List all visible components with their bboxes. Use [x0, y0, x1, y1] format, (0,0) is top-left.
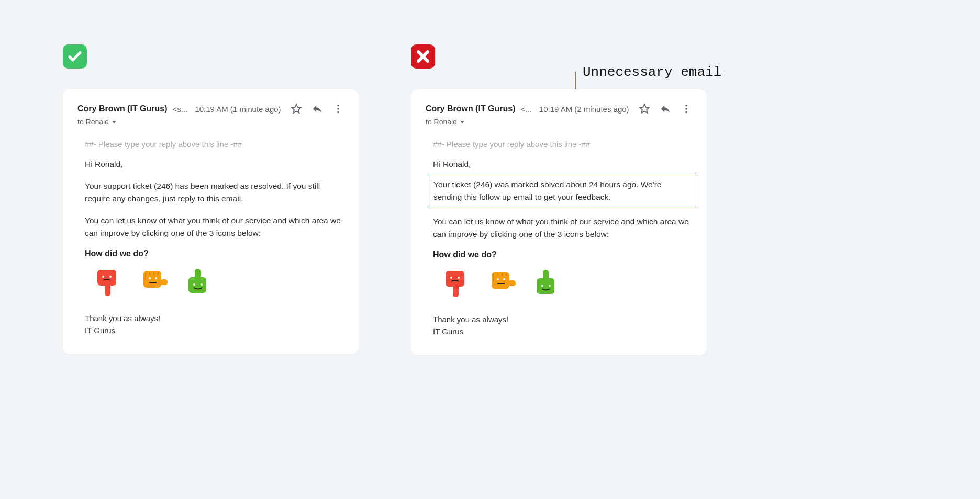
thumbs-down-icon[interactable] — [94, 268, 124, 299]
thumbs-up-icon[interactable] — [532, 269, 562, 300]
svg-rect-23 — [453, 285, 459, 297]
svg-rect-35 — [537, 278, 554, 294]
email-actions — [291, 103, 344, 115]
email-to[interactable]: to Ronald — [426, 118, 692, 126]
to-label: to Ronald — [426, 118, 457, 126]
star-icon[interactable] — [291, 103, 302, 115]
sender-name: Cory Brown (IT Gurus) — [426, 104, 516, 114]
signoff: Thank you as always! IT Gurus — [433, 314, 692, 337]
svg-point-25 — [458, 277, 460, 279]
how-did-we-do: How did we do? — [433, 250, 692, 259]
svg-point-37 — [541, 285, 543, 287]
signoff-line2: IT Gurus — [85, 325, 344, 337]
email-card-bad: Cory Brown (IT Gurus) <... 10:19 AM (2 m… — [411, 89, 707, 355]
paragraph-2: You can let us know of what you think of… — [433, 216, 692, 241]
svg-rect-17 — [195, 269, 201, 279]
fist-neutral-icon[interactable] — [487, 269, 517, 300]
bad-example-column: Unnecessary email Cory Brown (IT Gurus) … — [411, 44, 707, 355]
svg-rect-4 — [105, 283, 110, 296]
more-icon[interactable] — [681, 103, 692, 115]
rating-row — [433, 269, 692, 300]
svg-point-9 — [149, 277, 151, 279]
to-label: to Ronald — [77, 118, 109, 126]
reply-icon[interactable] — [311, 103, 323, 115]
svg-rect-16 — [188, 277, 206, 293]
reply-marker: ##- Please type your reply above this li… — [433, 140, 692, 149]
signoff: Thank you as always! IT Gurus — [85, 313, 344, 336]
svg-point-5 — [102, 276, 104, 278]
paragraph-1: Your support ticket (246) has been marke… — [85, 180, 344, 205]
signoff-line1: Thank you as always! — [433, 314, 692, 326]
chevron-down-icon — [460, 121, 464, 123]
signoff-line2: IT Gurus — [433, 326, 692, 338]
svg-rect-36 — [543, 270, 549, 280]
svg-rect-27 — [508, 280, 516, 286]
highlight-box: Your ticket (246) was marked solved abou… — [429, 175, 696, 208]
paragraph-1: Your ticket (246) was marked solved abou… — [433, 178, 692, 203]
email-header: Cory Brown (IT Gurus) <... 10:19 AM (2 m… — [426, 103, 692, 115]
thumbs-up-icon[interactable] — [184, 268, 214, 299]
svg-point-24 — [450, 277, 452, 279]
email-body: ##- Please type your reply above this li… — [77, 126, 344, 336]
fist-neutral-icon[interactable] — [139, 268, 169, 299]
more-icon[interactable] — [332, 103, 344, 115]
email-to[interactable]: to Ronald — [77, 118, 344, 126]
email-time: 10:19 AM (2 minutes ago) — [539, 105, 629, 114]
svg-point-19 — [201, 283, 203, 286]
signoff-line1: Thank you as always! — [85, 313, 344, 325]
check-badge — [63, 44, 87, 69]
how-did-we-do: How did we do? — [85, 249, 344, 258]
svg-point-10 — [155, 277, 157, 279]
greeting: Hi Ronald, — [433, 158, 692, 171]
svg-rect-22 — [446, 271, 464, 287]
check-icon — [67, 49, 83, 64]
email-body: ##- Please type your reply above this li… — [426, 126, 692, 337]
svg-point-6 — [109, 276, 112, 278]
svg-point-28 — [497, 278, 499, 280]
email-header: Cory Brown (IT Gurus) <s... 10:19 AM (1 … — [77, 103, 344, 115]
sender-name: Cory Brown (IT Gurus) — [77, 104, 168, 114]
cross-badge — [411, 44, 435, 69]
greeting: Hi Ronald, — [85, 158, 344, 171]
sender-trunc: <s... — [173, 105, 188, 114]
svg-rect-3 — [97, 270, 116, 286]
email-actions — [639, 103, 692, 115]
reply-marker: ##- Please type your reply above this li… — [85, 140, 344, 149]
email-time: 10:19 AM (1 minute ago) — [195, 105, 281, 114]
svg-point-18 — [193, 283, 195, 286]
paragraph-2: You can let us know of what you think of… — [85, 214, 344, 240]
reply-icon[interactable] — [660, 103, 671, 115]
rating-row — [85, 268, 344, 299]
good-example-column: Cory Brown (IT Gurus) <s... 10:19 AM (1 … — [63, 44, 359, 354]
svg-rect-8 — [160, 279, 168, 285]
svg-point-38 — [549, 285, 551, 287]
chevron-down-icon — [112, 121, 116, 123]
email-card-good: Cory Brown (IT Gurus) <s... 10:19 AM (1 … — [63, 89, 359, 354]
callout-label: Unnecessary email — [583, 64, 721, 80]
sender-trunc: <... — [521, 105, 532, 114]
cross-icon — [415, 49, 431, 64]
star-icon[interactable] — [639, 103, 650, 115]
thumbs-down-icon[interactable] — [442, 269, 472, 300]
svg-point-29 — [503, 278, 505, 280]
